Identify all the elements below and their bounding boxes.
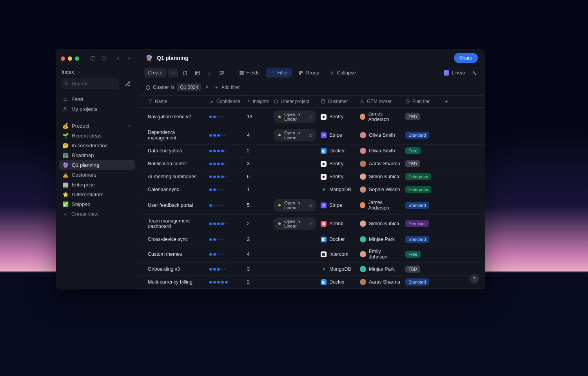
user-icon	[360, 99, 365, 104]
customer-logo-icon: ◧	[321, 279, 327, 285]
table-row[interactable]: AI meeting summaries 6 ◆Sentry Simon Kub…	[138, 170, 485, 183]
svg-line-44	[310, 116, 312, 117]
group-button[interactable]: Group	[294, 68, 323, 78]
share-button[interactable]: Share	[454, 53, 478, 63]
linear-integration-badge[interactable]: Linear	[444, 70, 465, 76]
collapse-icon	[329, 70, 334, 76]
sidebar-item-product[interactable]: 💰 Product	[59, 121, 135, 131]
workspace-switcher[interactable]: Index	[56, 67, 138, 78]
traffic-lights[interactable]	[61, 56, 79, 61]
column-header-insights[interactable]: Insights	[245, 96, 271, 107]
view-compact-button[interactable]	[205, 69, 214, 78]
sidebar-item-recent-ideas[interactable]: 🌱Recent ideas	[59, 131, 135, 141]
compose-button[interactable]	[122, 78, 133, 89]
column-header-name[interactable]: Name	[145, 96, 207, 107]
table-row[interactable]: Notification center 3 ◆Sentry Aarav Shar…	[138, 157, 485, 170]
svg-point-40	[407, 101, 408, 102]
cell-linear: Open in Linear	[271, 126, 318, 144]
add-column-button[interactable]	[441, 96, 452, 107]
plan-badge: Standard	[405, 278, 429, 286]
table-row[interactable]: Data encryption 2 ◧Docker Olivia Smith F…	[138, 145, 485, 157]
view-board-button[interactable]	[217, 69, 227, 78]
sidebar-item-label: In consideration	[72, 143, 108, 148]
note-icon	[183, 70, 188, 76]
create-button[interactable]: Create	[144, 68, 167, 78]
owner-name: Sophie Wilson	[369, 187, 400, 192]
nav-forward-icon[interactable]	[125, 54, 133, 63]
table-row[interactable]: Navigation menu v2 13 Open in Linear ◆Se…	[138, 108, 485, 126]
sidebar-item-enterprise[interactable]: 🏢Enterprise	[59, 180, 135, 190]
table-row[interactable]: User feedback portal 5 Open in Linear SS…	[138, 196, 485, 215]
sidebar-item-my-projects[interactable]: My projects	[59, 104, 135, 114]
filter-clear-button[interactable]: ✕	[203, 85, 211, 90]
help-button[interactable]: ?	[470, 274, 479, 284]
fields-button[interactable]: Fields	[235, 68, 263, 78]
lines-icon	[207, 70, 212, 76]
plan-badge: Standard	[405, 236, 429, 243]
cell-insights: 2	[245, 218, 271, 229]
column-header-confidence[interactable]: Confidence	[207, 96, 245, 107]
owner-name: James Anderson	[368, 200, 401, 211]
column-header-customer[interactable]: Customer	[318, 96, 358, 107]
search-input[interactable]	[61, 78, 119, 89]
sidebar-item-label: Differentiators	[72, 192, 103, 197]
view-table-button[interactable]	[192, 69, 202, 78]
sidebar-item-q1-planning[interactable]: 🔮Q1 planning	[59, 160, 135, 170]
activity-button[interactable]	[469, 68, 479, 78]
collapse-button[interactable]: Collapse	[325, 68, 360, 78]
sidebar-item-feed[interactable]: Feed	[59, 94, 135, 104]
svg-point-3	[65, 82, 68, 85]
cell-name: Onboarding v3	[145, 264, 207, 275]
table-row[interactable]: Onboarding v3 3 ❖MongoDB Minjae Park TBD	[138, 263, 485, 276]
add-filter-button[interactable]: Add filter	[214, 85, 240, 90]
column-header-plan[interactable]: Plan tier	[403, 96, 441, 107]
panel-toggle-icon[interactable]	[89, 54, 97, 63]
cell-insights: 13	[245, 111, 271, 122]
column-header-linear[interactable]: Linear project	[271, 96, 318, 107]
cell-name: Notification center	[145, 158, 207, 169]
customer-name: Docker	[329, 237, 345, 242]
cell-linear	[271, 174, 318, 179]
create-dropdown-button[interactable]	[168, 69, 178, 78]
table-row[interactable]: Dynamic subscription and billing 7 ◐Canv…	[138, 289, 485, 289]
sidebar-item-in-consideration[interactable]: 🤔In consideration	[59, 141, 135, 150]
table-row[interactable]: Team management dashboard 2 Open in Line…	[138, 215, 485, 233]
activity-icon	[472, 70, 477, 76]
table-row[interactable]: Cross-device sync 2 ◧Docker Minjae Park …	[138, 233, 485, 246]
cell-owner: James Anderson	[358, 108, 403, 125]
svg-line-4	[67, 84, 68, 85]
open-linear-button[interactable]: Open in Linear	[274, 199, 316, 212]
sidebar-item-customers[interactable]: 🙇Customers	[59, 170, 135, 180]
nav-back-icon[interactable]	[114, 54, 122, 63]
table-row[interactable]: Multi-currency billing 2 ◧Docker Aarav S…	[138, 276, 485, 289]
table-row[interactable]: Custom themes 4 ▦Intercom Emily Johnson …	[138, 246, 485, 263]
external-link-icon	[309, 222, 312, 226]
sidebar-item-shipped[interactable]: ✅Shipped	[59, 199, 135, 209]
history-icon[interactable]	[100, 54, 108, 63]
cell-insights: 4	[245, 249, 271, 260]
open-linear-button[interactable]: Open in Linear	[274, 217, 316, 230]
emoji-icon: 🤔	[62, 143, 68, 148]
cell-name: Custom themes	[145, 249, 207, 260]
open-linear-button[interactable]: Open in Linear	[274, 129, 316, 141]
customer-logo-icon: ❖	[321, 187, 327, 193]
filter-button[interactable]: Filter	[266, 68, 292, 78]
svg-rect-17	[240, 71, 243, 72]
plan-badge: Standard	[405, 202, 429, 209]
open-linear-button[interactable]: Open in Linear	[274, 110, 316, 123]
table-row[interactable]: Dependency management 4 Open in Linear S…	[138, 126, 485, 145]
cell-plan: TBD	[403, 110, 441, 123]
cell-owner: Olivia Smith	[358, 145, 403, 157]
cell-linear	[271, 266, 318, 272]
table-row[interactable]: Calendar sync 1 ❖MongoDB Sophie Wilson E…	[138, 183, 485, 196]
cell-confidence	[207, 278, 245, 286]
create-view-button[interactable]: Create view	[59, 209, 135, 219]
sidebar-item-roadmap[interactable]: 🛣️Roadmap	[59, 150, 135, 160]
plan-badge: Enterprise	[405, 173, 431, 180]
sidebar-item-differentiators[interactable]: ⭐Differentiators	[59, 190, 135, 199]
view-list-button[interactable]	[180, 69, 190, 78]
column-header-owner[interactable]: GTM owner	[358, 96, 403, 107]
active-filter-chip[interactable]: Quarter is Q1 2024 ✕	[145, 83, 211, 91]
cell-plan: Enterprise	[403, 170, 441, 183]
linear-logo-icon	[444, 70, 449, 76]
